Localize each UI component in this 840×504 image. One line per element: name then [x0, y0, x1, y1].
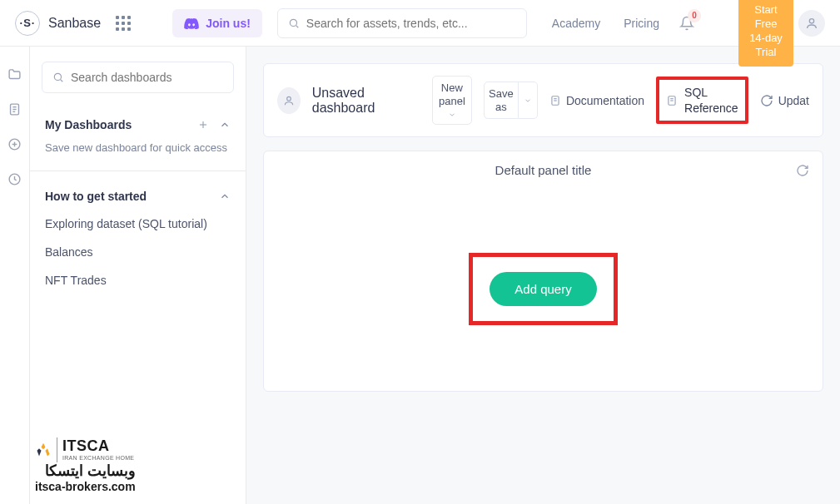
svg-line-12: [61, 80, 63, 82]
sql-reference-label-1: SQL: [684, 85, 738, 100]
refresh-icon: [796, 164, 809, 177]
my-dashboards-title: My Dashboards: [45, 118, 132, 131]
rail-document-icon[interactable]: [7, 101, 22, 116]
start-trial-button[interactable]: Start Free 14-day Trial: [738, 0, 793, 67]
watermark: ITSCA IRAN EXCHANGE HOME وبسایت ایتسکا i…: [35, 437, 136, 494]
chevron-up-icon[interactable]: [219, 119, 231, 131]
app-header: ·S· Sanbase Join us! Academy Pricing 0: [0, 0, 840, 47]
main-content: Unsaved dashboard New panel Save as Docu…: [246, 47, 840, 504]
rail-folder-icon[interactable]: [7, 67, 22, 82]
brand-name: Sanbase: [48, 16, 101, 31]
my-dashboards-desc: Save new dashboard for quick access: [42, 138, 234, 167]
sql-reference-link[interactable]: SQL Reference: [661, 82, 743, 118]
dashboard-toolbar: Unsaved dashboard New panel Save as Docu…: [263, 63, 823, 137]
icon-rail: [0, 47, 30, 504]
nav-academy[interactable]: Academy: [552, 17, 600, 30]
document-icon: [666, 95, 678, 106]
sidebar: My Dashboards Save new dashboard for qui…: [30, 47, 246, 504]
rail-add-icon[interactable]: [7, 136, 22, 151]
join-us-label: Join us!: [206, 17, 251, 30]
document-icon: [549, 95, 561, 106]
watermark-brand: ITSCA: [62, 437, 134, 456]
sidebar-search-input[interactable]: [71, 71, 223, 84]
annotation-highlight-sql-reference: SQL Reference: [656, 77, 748, 123]
chevron-down-icon: [524, 96, 532, 105]
user-avatar[interactable]: [798, 10, 825, 37]
refresh-icon: [760, 94, 773, 107]
documentation-link[interactable]: Documentation: [549, 94, 644, 107]
plus-icon[interactable]: [197, 119, 209, 131]
update-button[interactable]: Updat: [760, 94, 809, 107]
brand-logo: ·S·: [15, 11, 40, 36]
panel-body: Add query: [264, 190, 823, 388]
svg-point-2: [809, 19, 813, 23]
user-icon: [283, 95, 295, 106]
nav-pricing[interactable]: Pricing: [624, 17, 659, 30]
discord-icon: [184, 17, 199, 29]
my-dashboards-header[interactable]: My Dashboards: [42, 111, 234, 138]
chevron-down-icon: [448, 111, 456, 119]
brand-block[interactable]: ·S· Sanbase: [15, 11, 101, 36]
user-icon: [805, 17, 818, 30]
watermark-url: itsca-brokers.com: [35, 480, 136, 494]
rail-history-icon[interactable]: [7, 171, 22, 186]
sidebar-item-sql-tutorial[interactable]: Exploring dataset (SQL tutorial): [42, 210, 234, 238]
search-icon: [52, 72, 64, 83]
sidebar-search[interactable]: [42, 62, 234, 93]
save-as-dropdown[interactable]: [519, 82, 538, 119]
how-to-title: How to get started: [45, 190, 147, 203]
global-search[interactable]: [277, 8, 527, 38]
notifications-badge: 0: [688, 9, 701, 22]
add-query-button[interactable]: Add query: [490, 272, 596, 306]
svg-point-0: [290, 19, 296, 26]
svg-point-15: [287, 96, 291, 101]
watermark-subtitle: IRAN EXCHANGE HOME: [62, 455, 134, 462]
svg-point-11: [54, 73, 61, 80]
save-as-label: Save as: [489, 87, 514, 113]
sql-reference-label-2: Reference: [684, 101, 738, 116]
save-as-button[interactable]: Save as: [484, 82, 519, 119]
watermark-logo-icon: [35, 442, 52, 458]
watermark-persian: وبسایت ایتسکا: [35, 462, 136, 481]
sidebar-item-nft-trades[interactable]: NFT Trades: [42, 266, 234, 294]
chevron-up-icon[interactable]: [219, 190, 231, 202]
global-search-input[interactable]: [306, 17, 516, 30]
divider: [30, 170, 246, 171]
default-panel: Default panel title Add query: [263, 151, 823, 392]
documentation-label: Documentation: [566, 94, 644, 107]
notifications-button[interactable]: 0: [679, 16, 694, 31]
panel-header: Default panel title: [264, 151, 823, 190]
dashboard-owner-avatar: [277, 87, 301, 114]
search-icon: [288, 17, 300, 29]
how-to-header[interactable]: How to get started: [42, 183, 234, 210]
dashboard-title: Unsaved dashboard: [312, 86, 415, 116]
update-label: Updat: [778, 94, 809, 107]
header-nav: Academy Pricing: [552, 17, 659, 30]
new-panel-button[interactable]: New panel: [432, 76, 472, 125]
main-layout: My Dashboards Save new dashboard for qui…: [0, 47, 840, 504]
join-us-button[interactable]: Join us!: [172, 9, 262, 37]
svg-line-1: [296, 25, 298, 27]
panel-title: Default panel title: [495, 163, 592, 177]
apps-grid-icon[interactable]: [116, 16, 131, 31]
annotation-highlight-add-query: Add query: [469, 253, 617, 325]
sidebar-item-balances[interactable]: Balances: [42, 238, 234, 266]
new-panel-label: New panel: [439, 82, 465, 107]
save-as-split-button: Save as: [484, 82, 538, 119]
panel-refresh-button[interactable]: [796, 164, 809, 177]
